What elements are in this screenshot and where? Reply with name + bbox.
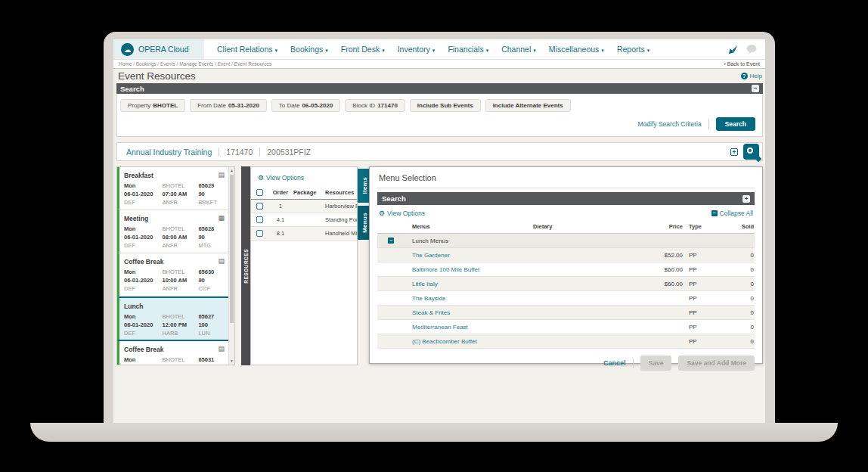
menu-link[interactable]: The Bayside bbox=[412, 295, 533, 302]
menu-link[interactable]: Baltimore 100 Mile Buffet bbox=[412, 266, 533, 273]
column-package: Package bbox=[293, 189, 325, 196]
menu-row-steak-frites[interactable]: Steak & FritesPP0 bbox=[377, 306, 755, 320]
quick-launch-icon[interactable] bbox=[727, 44, 739, 55]
back-arrow-icon: ‹ bbox=[724, 61, 725, 67]
back-to-event-link[interactable]: ‹Back to Event bbox=[724, 61, 760, 67]
menu-row-c-beachcomber-buffet[interactable]: (C) Beachcomber BuffetPP0 bbox=[377, 334, 755, 349]
expand-panel-icon[interactable]: + bbox=[742, 195, 750, 203]
breadcrumb-bar: Home / Bookings / Events / Manage Events… bbox=[113, 60, 765, 69]
chip-value: 05-31-2020 bbox=[228, 102, 259, 109]
event-card-lunch[interactable]: LunchMonBHOTEL6562706-01-202012:00 PM100… bbox=[117, 297, 228, 341]
menu-link[interactable]: Mediterranean Feast bbox=[412, 324, 533, 331]
save-button[interactable]: Save bbox=[640, 356, 672, 371]
menu-link[interactable]: (C) Beachcomber Buffet bbox=[412, 338, 533, 345]
nav-item-bookings[interactable]: Bookings▾ bbox=[290, 45, 328, 54]
scrollbar-thumb[interactable] bbox=[230, 175, 234, 323]
column-resources: Resources bbox=[325, 189, 357, 196]
brand[interactable]: ☁ OPERA Cloud bbox=[113, 39, 204, 59]
menu-row-baltimore-100-mile-buffet[interactable]: Baltimore 100 Mile Buffet$60.00PP0 bbox=[377, 262, 755, 277]
search-chip-to-date[interactable]: To Date06-05-2020 bbox=[271, 99, 341, 112]
search-chip-block-id[interactable]: Block ID171470 bbox=[345, 99, 405, 112]
scroll-up-icon[interactable]: ▲ bbox=[229, 167, 234, 174]
nav-item-front-desk[interactable]: Front Desk▾ bbox=[341, 45, 385, 54]
menu-link[interactable]: Little Italy bbox=[412, 281, 533, 287]
search-button[interactable]: Search bbox=[716, 117, 755, 131]
modify-search-criteria-link[interactable]: Modify Search Criteria bbox=[638, 120, 702, 128]
search-chip-include-sub-events[interactable]: Include Sub Events bbox=[410, 99, 481, 112]
event-cell: Mon bbox=[124, 269, 163, 275]
nav-item-reports[interactable]: Reports▾ bbox=[617, 45, 649, 54]
event-cell: BHOTEL bbox=[163, 225, 199, 232]
nav-item-label: Inventory bbox=[398, 45, 430, 54]
search-chip-from-date[interactable]: From Date05-31-2020 bbox=[190, 99, 267, 112]
stage: ☁ OPERA Cloud Client Relations▾Bookings▾… bbox=[0, 0, 868, 472]
scroll-down-icon[interactable]: ▼ bbox=[229, 358, 234, 365]
help-link[interactable]: ? Help bbox=[741, 73, 762, 79]
resources-view-options-link[interactable]: ⚙ View Options bbox=[258, 174, 357, 182]
menu-row-little-italy[interactable]: Little Italy$60.00PP0 bbox=[377, 277, 755, 291]
chip-label: From Date bbox=[197, 102, 226, 109]
gear-icon: ⚙ bbox=[379, 210, 385, 217]
nav-item-miscellaneous[interactable]: Miscellaneous▾ bbox=[549, 45, 604, 54]
menu-type: PP bbox=[683, 266, 724, 273]
select-all-checkbox[interactable] bbox=[256, 189, 263, 196]
row-checkbox[interactable] bbox=[256, 203, 263, 210]
row-checkbox[interactable] bbox=[256, 230, 263, 237]
menu-row-mediterranean-feast[interactable]: Mediterranean FeastPP0 bbox=[377, 320, 755, 334]
menu-footer: Cancel Save Save and Add More bbox=[377, 356, 755, 371]
event-cell: BHOTEL bbox=[163, 269, 199, 275]
collapse-group-icon[interactable]: − bbox=[388, 238, 394, 244]
chip-value: 171470 bbox=[377, 102, 398, 109]
menu-group-row[interactable]: −Lunch Menus bbox=[377, 234, 755, 248]
menu-row-the-bayside[interactable]: The BaysidePP0 bbox=[377, 291, 755, 306]
menu-link[interactable]: Steak & Frites bbox=[412, 309, 533, 316]
search-chip-include-alternate-events[interactable]: Include Alternate Events bbox=[485, 99, 571, 112]
event-title: Coffee Break bbox=[124, 346, 163, 353]
event-card-coffee-break[interactable]: Coffee Break▤MonBHOTEL6563006-01-202010:… bbox=[117, 253, 228, 297]
cancel-link[interactable]: Cancel bbox=[603, 359, 626, 367]
events-scrollbar[interactable]: ▲ ▼ bbox=[228, 167, 234, 365]
scrollbar-track[interactable] bbox=[229, 174, 234, 358]
menu-link[interactable]: The Gardener bbox=[412, 252, 533, 259]
search-panel-header[interactable]: Search − bbox=[116, 83, 763, 94]
collapse-panel-icon[interactable]: − bbox=[752, 85, 759, 92]
event-cell: 65629 bbox=[198, 182, 225, 189]
event-cell: 07:30 AM bbox=[163, 191, 199, 197]
nav-item-channel[interactable]: Channel▾ bbox=[501, 45, 536, 54]
menu-sold: 0 bbox=[724, 295, 755, 302]
event-cell: 06-01-2020 bbox=[124, 234, 163, 241]
resource-order: 1 bbox=[268, 203, 293, 210]
event-cell: 06-01-2020 bbox=[124, 321, 163, 328]
menu-options-row: ⚙ View Options − Collapse All bbox=[377, 205, 755, 221]
event-card-meeting[interactable]: Meeting▦MonBHOTEL6562806-01-202008:00 AM… bbox=[117, 210, 228, 253]
resource-row[interactable]: 4.1Standing Podium bbox=[251, 213, 357, 227]
search-chip-property[interactable]: PropertyBHOTEL bbox=[120, 99, 185, 112]
collapse-icon: − bbox=[711, 210, 718, 216]
menu-sold: 0 bbox=[724, 252, 755, 259]
nav-item-inventory[interactable]: Inventory▾ bbox=[398, 45, 436, 54]
navbar-actions bbox=[727, 44, 758, 55]
chevron-down-icon: ▾ bbox=[533, 48, 536, 53]
save-and-add-more-button[interactable]: Save and Add More bbox=[678, 356, 755, 371]
nav-item-client-relations[interactable]: Client Relations▾ bbox=[217, 45, 277, 54]
add-icon[interactable]: + bbox=[730, 148, 738, 156]
menu-view-options-link[interactable]: ⚙ View Options bbox=[379, 210, 425, 217]
event-card-breakfast[interactable]: Breakfast▤MonBHOTEL6562906-01-202007:30 … bbox=[117, 167, 228, 210]
collapse-all-link[interactable]: − Collapse All bbox=[711, 210, 753, 217]
event-name-link[interactable]: Annual Industry Training bbox=[126, 148, 212, 157]
resource-row[interactable]: 1Harborview Ro bbox=[251, 200, 357, 213]
nav-item-financials[interactable]: Financials▾ bbox=[448, 45, 488, 54]
event-card-coffee-break[interactable]: Coffee Break▤MonBHOTEL65631 bbox=[117, 341, 228, 365]
resource-name: Harborview Ro bbox=[325, 203, 357, 210]
chat-bubble-icon[interactable] bbox=[746, 45, 758, 54]
column-sold: Sold bbox=[724, 223, 755, 230]
resource-row[interactable]: 8.1Handheld Micropho bbox=[251, 227, 357, 241]
row-checkbox[interactable] bbox=[256, 216, 263, 223]
menu-search-header[interactable]: Search + bbox=[377, 192, 755, 205]
banquet-icon: ▤ bbox=[218, 346, 225, 352]
chevron-down-icon: ▾ bbox=[601, 48, 604, 53]
breadcrumb[interactable]: Home / Bookings / Events / Manage Events… bbox=[119, 61, 271, 67]
menu-row-the-gardener[interactable]: The Gardener$52.00PP0 bbox=[377, 248, 755, 262]
quick-actions-button[interactable] bbox=[743, 144, 759, 160]
column-menus: Menus bbox=[412, 223, 533, 230]
